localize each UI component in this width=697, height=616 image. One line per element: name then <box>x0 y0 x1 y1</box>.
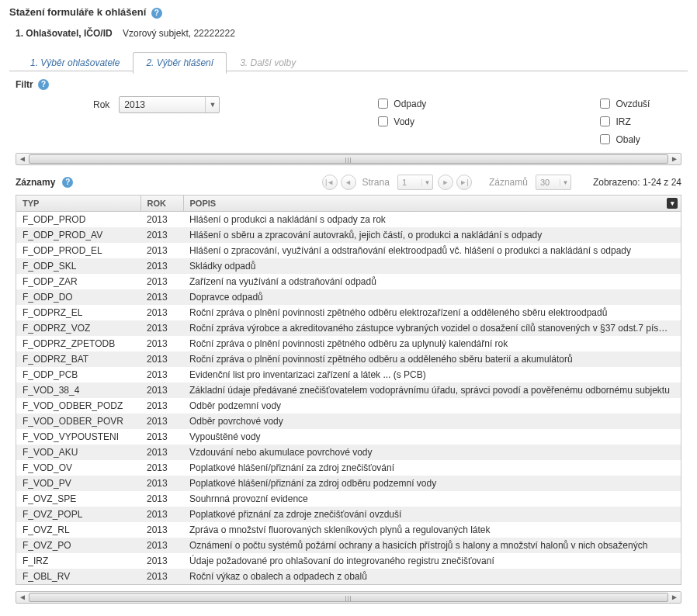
scroll-left-icon[interactable]: ◄ <box>16 592 29 603</box>
year-combo[interactable]: 2013 ▼ <box>119 96 220 113</box>
chevron-down-icon: ▼ <box>560 179 570 186</box>
table-row[interactable]: F_ODP_PCB2013Evidenční list pro inventar… <box>16 367 681 382</box>
cell-rok: 2013 <box>140 429 183 445</box>
table-row[interactable]: F_VOD_OV2013Poplatkové hlášení/přiznání … <box>16 460 681 476</box>
filter-checks-right: OvzdušíIRZObaly <box>597 96 650 147</box>
checkbox[interactable] <box>600 99 610 109</box>
checkbox[interactable] <box>378 116 388 126</box>
table-row[interactable]: F_VOD_PV2013Poplatkové hlášení/přiznání … <box>16 476 681 491</box>
cell-rok: 2013 <box>140 398 183 414</box>
cell-typ: F_ODP_DO <box>16 289 140 305</box>
first-page-button[interactable]: |◄ <box>322 175 338 190</box>
table-row[interactable]: F_ODPRZ_VOZ2013Roční zpráva výrobce a ak… <box>16 320 681 336</box>
col-header-typ[interactable]: TYP <box>16 196 140 212</box>
table-row[interactable]: F_ODPRZ_ZPETODB2013Roční zpráva o plnění… <box>16 336 681 351</box>
table-row[interactable]: F_OVZ_SPE2013Souhrnná provozní evidence <box>16 491 681 507</box>
table-row[interactable]: F_ODP_PROD2013Hlášení o produkci a naklá… <box>16 212 681 228</box>
cell-rok: 2013 <box>140 522 183 538</box>
help-icon[interactable]: ? <box>62 177 73 188</box>
perpage-combo[interactable]: 30 ▼ <box>536 175 571 190</box>
filter-check-right-2[interactable]: Obaly <box>597 132 650 147</box>
table-row[interactable]: F_OVZ_RL2013Zpráva o množství fluorovaný… <box>16 522 681 538</box>
filter-check-right-1[interactable]: IRZ <box>597 114 650 129</box>
cell-popis: Odběr podzemní vody <box>183 398 681 414</box>
cell-popis: Evidenční list pro inventarizaci zařízen… <box>183 367 681 382</box>
page-title: Stažení formuláře k ohlášení ? <box>9 6 688 19</box>
cell-popis: Zpráva o množství fluorovaných skleníkov… <box>183 522 681 538</box>
prev-page-button[interactable]: ◄ <box>341 175 356 190</box>
checkbox[interactable] <box>600 116 610 126</box>
col-header-popis[interactable]: POPIS ▾ <box>183 196 681 212</box>
table-row[interactable]: F_ODP_PROD_AV2013Hlášení o sběru a zprac… <box>16 227 681 243</box>
cell-typ: F_OBL_RV <box>16 569 140 584</box>
scroll-thumb[interactable]: ||| <box>29 154 668 164</box>
cell-typ: F_ODP_SKL <box>16 258 140 274</box>
help-icon[interactable]: ? <box>151 8 162 19</box>
page-combo[interactable]: 1 ▼ <box>397 175 433 190</box>
table-row[interactable]: F_VOD_ODBER_PODZ2013Odběr podzemní vody <box>16 398 681 414</box>
tabs: 1. Výběr ohlašovatele2. Výběr hlášení3. … <box>9 51 688 71</box>
tab-0[interactable]: 1. Výběr ohlašovatele <box>17 52 133 73</box>
cell-rok: 2013 <box>140 258 183 274</box>
cell-rok: 2013 <box>140 445 183 460</box>
scroll-thumb[interactable]: ||| <box>29 593 668 602</box>
cell-rok: 2013 <box>140 289 183 305</box>
table-row[interactable]: F_VOD_VYPOUSTENI2013Vypouštěné vody <box>16 429 681 445</box>
filter-check-right-0[interactable]: Ovzduší <box>597 96 650 111</box>
checkbox-label: IRZ <box>616 116 630 127</box>
cell-typ: F_ODP_PROD_AV <box>16 227 140 243</box>
cell-rok: 2013 <box>140 507 183 522</box>
table-row[interactable]: F_ODP_DO2013Dopravce odpadů <box>16 289 681 305</box>
cell-popis: Skládky odpadů <box>183 258 681 274</box>
reporter-value: Vzorový subjekt, 22222222 <box>123 28 235 39</box>
cell-typ: F_ODP_PROD <box>16 212 140 228</box>
year-combo-value: 2013 <box>120 99 205 110</box>
filter-check-mid-0[interactable]: Odpady <box>375 96 426 111</box>
help-icon[interactable]: ? <box>38 79 49 90</box>
table-row[interactable]: F_IRZ2013Údaje požadované pro ohlašovaní… <box>16 553 681 569</box>
scroll-track[interactable]: ||| <box>29 592 668 603</box>
col-header-rok[interactable]: ROK <box>140 196 183 212</box>
cell-typ: F_ODPRZ_VOZ <box>16 320 140 336</box>
cell-rok: 2013 <box>140 460 183 476</box>
table-row[interactable]: F_ODPRZ_EL2013Roční zpráva o plnění povi… <box>16 305 681 320</box>
table-row[interactable]: F_VOD_AKU2013Vzdouvání nebo akumulace po… <box>16 445 681 460</box>
tab-1[interactable]: 2. Výběr hlášení <box>133 52 227 74</box>
table-row[interactable]: F_ODPRZ_BAT2013Roční zpráva o plnění pov… <box>16 351 681 367</box>
cell-rok: 2013 <box>140 491 183 507</box>
perpage-value: 30 <box>536 178 560 187</box>
cell-typ: F_OVZ_RL <box>16 522 140 538</box>
last-page-button[interactable]: ►| <box>456 175 472 190</box>
cell-rok: 2013 <box>140 569 183 584</box>
scroll-left-icon[interactable]: ◄ <box>16 154 29 164</box>
cell-popis: Zařízení na využívání a odstraňování odp… <box>183 274 681 289</box>
table-row[interactable]: F_OVZ_POPL2013Poplatkové přiznání za zdr… <box>16 507 681 522</box>
cell-popis: Hlášení o zpracování, využívání a odstra… <box>183 243 681 258</box>
cell-popis: Roční zpráva o plnění povinnosti zpětnéh… <box>183 305 681 320</box>
table-row[interactable]: F_VOD_38_42013Základní údaje předávané z… <box>16 382 681 398</box>
h-scrollbar-top[interactable]: ◄ ||| ► <box>16 153 681 165</box>
records-title: Záznamy <box>16 177 55 188</box>
cell-rok: 2013 <box>140 351 183 367</box>
table-row[interactable]: F_VOD_ODBER_POVR2013Odběr povrchové vody <box>16 414 681 429</box>
checkbox-label: Odpady <box>394 99 426 109</box>
cell-typ: F_VOD_ODBER_PODZ <box>16 398 140 414</box>
checkbox[interactable] <box>378 99 388 109</box>
chevron-down-icon: ▼ <box>421 179 432 186</box>
table-row[interactable]: F_ODP_PROD_EL2013Hlášení o zpracování, v… <box>16 243 681 258</box>
records-table: TYP ROK POPIS ▾ F_ODP_PROD2013Hlášení o … <box>16 195 681 585</box>
table-row[interactable]: F_OVZ_PO2013Oznámení o počtu systémů pož… <box>16 538 681 553</box>
column-menu-icon[interactable]: ▾ <box>667 198 678 209</box>
table-row[interactable]: F_ODP_SKL2013Skládky odpadů <box>16 258 681 274</box>
filter-check-mid-1[interactable]: Vody <box>375 114 426 129</box>
table-row[interactable]: F_ODP_ZAR2013Zařízení na využívání a ods… <box>16 274 681 289</box>
tab-2: 3. Další volby <box>227 52 309 73</box>
scroll-right-icon[interactable]: ► <box>668 154 681 164</box>
checkbox[interactable] <box>600 134 610 144</box>
h-scrollbar-bottom[interactable]: ◄ ||| ► <box>16 591 681 604</box>
scroll-track[interactable]: ||| <box>29 154 668 164</box>
scroll-right-icon[interactable]: ► <box>668 592 681 603</box>
next-page-button[interactable]: ► <box>438 175 453 190</box>
cell-popis: Vzdouvání nebo akumulace povrchové vody <box>183 445 681 460</box>
table-row[interactable]: F_OBL_RV2013Roční výkaz o obalech a odpa… <box>16 569 681 584</box>
